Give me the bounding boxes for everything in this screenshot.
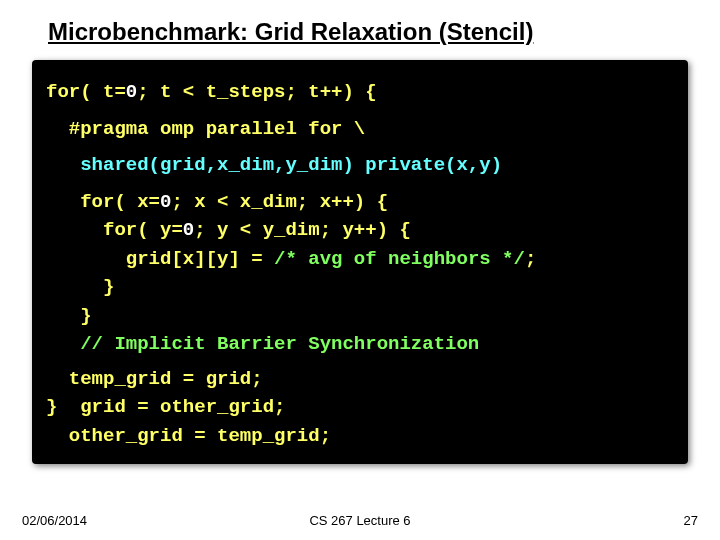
code-text: grid = other_grid; bbox=[57, 396, 285, 418]
code-text: for( y= bbox=[46, 219, 183, 241]
code-line: other_grid = temp_grid; bbox=[46, 422, 674, 451]
code-line: grid[x][y] = /* avg of neighbors */; bbox=[46, 245, 674, 274]
footer-page-number: 27 bbox=[684, 513, 698, 528]
code-line bbox=[46, 180, 674, 188]
code-comment: /* avg of neighbors */ bbox=[274, 248, 525, 270]
code-line: // Implicit Barrier Synchronization bbox=[46, 330, 674, 359]
code-line: } bbox=[46, 302, 674, 331]
code-line: for( t=0; t < t_steps; t++) { bbox=[46, 78, 674, 107]
code-block: for( t=0; t < t_steps; t++) { #pragma om… bbox=[32, 60, 688, 464]
slide-title: Microbenchmark: Grid Relaxation (Stencil… bbox=[0, 0, 720, 52]
code-text: ; x < x_dim; x++) { bbox=[171, 191, 388, 213]
footer-center: CS 267 Lecture 6 bbox=[0, 513, 720, 528]
code-literal: 0 bbox=[126, 81, 137, 103]
code-line: shared(grid,x_dim,y_dim) private(x,y) bbox=[46, 151, 674, 180]
code-literal: 0 bbox=[183, 219, 194, 241]
code-text: for( t= bbox=[46, 81, 126, 103]
code-line: #pragma omp parallel for \ bbox=[46, 115, 674, 144]
code-line: temp_grid = grid; bbox=[46, 365, 674, 394]
code-literal: 0 bbox=[160, 191, 171, 213]
code-line: } grid = other_grid; bbox=[46, 393, 674, 422]
code-line: for( x=0; x < x_dim; x++) { bbox=[46, 188, 674, 217]
code-line bbox=[46, 107, 674, 115]
code-line bbox=[46, 143, 674, 151]
code-line: for( y=0; y < y_dim; y++) { bbox=[46, 216, 674, 245]
code-text: ; y < y_dim; y++) { bbox=[194, 219, 411, 241]
code-text: ; t < t_steps; t++) { bbox=[137, 81, 376, 103]
code-line: } bbox=[46, 273, 674, 302]
code-text: ; bbox=[525, 248, 536, 270]
code-text: } bbox=[46, 396, 57, 418]
code-text: grid[x][y] = bbox=[46, 248, 274, 270]
code-text: for( x= bbox=[46, 191, 160, 213]
